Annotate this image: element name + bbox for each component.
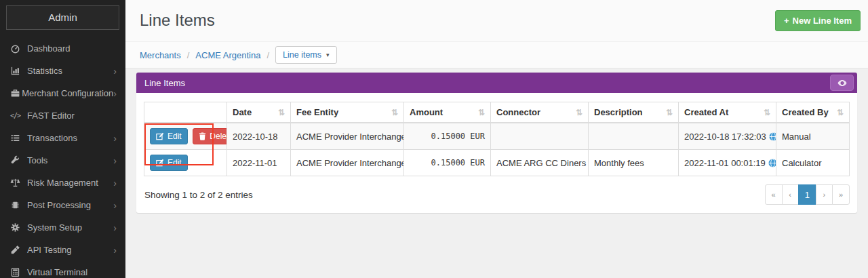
chevron-right-icon: › <box>113 201 117 210</box>
created-at-cell: 2022-10-18 17:32:03 <box>679 123 776 150</box>
sort-icon: ⇅ <box>837 108 844 117</box>
sidebar-item-fast-editor[interactable]: </> FAST Editor <box>0 104 125 127</box>
pagination-prev-button[interactable]: ‹ <box>782 184 799 205</box>
sidebar-item-api-testing[interactable]: API Testing › <box>0 239 125 261</box>
chevron-right-icon: › <box>113 178 117 188</box>
sidebar-item-dashboard[interactable]: Dashboard <box>0 37 125 60</box>
column-header-fee-entity[interactable]: ⇅Fee Entity <box>291 102 404 123</box>
date-cell: 2022-11-01 <box>227 150 291 176</box>
sidebar-item-system-setup[interactable]: System Setup › <box>0 216 125 239</box>
line-items-dropdown-button[interactable]: Line items ▾ <box>275 46 337 64</box>
column-header-created-by[interactable]: ⇅Created By <box>776 102 850 123</box>
breadcrumb-separator: / <box>187 50 190 60</box>
column-header-created-at[interactable]: ⇅Created At <box>679 102 776 123</box>
code-icon: </> <box>10 112 27 119</box>
bar-chart-icon <box>10 66 27 76</box>
connector-cell: ACME ARG CC Diners <box>491 150 589 176</box>
chevron-right-icon: › <box>113 89 117 98</box>
sidebar-item-tools[interactable]: Tools › <box>0 149 125 172</box>
sidebar-item-label: Post Processing <box>27 200 113 210</box>
gear-icon <box>10 222 27 233</box>
line-items-panel: Line Items <box>136 73 857 213</box>
column-header-actions <box>144 102 227 123</box>
new-line-item-label: New Line Item <box>793 16 852 26</box>
sidebar-item-label: Merchant Configuration <box>22 88 113 98</box>
column-header-date[interactable]: ⇅Date <box>227 102 291 123</box>
eye-icon <box>837 79 847 87</box>
panel-heading: Line Items <box>136 73 857 93</box>
chevron-right-icon: › <box>113 245 117 255</box>
chevron-right-icon: › <box>113 223 117 233</box>
fee-entity-cell: ACME Provider Interchange <box>291 150 404 176</box>
column-header-description[interactable]: ⇅Description <box>589 102 679 123</box>
actions-cell: Edit <box>144 150 227 176</box>
sort-icon: ⇅ <box>391 108 398 117</box>
sidebar-item-label: System Setup <box>27 222 113 233</box>
actions-cell: Edit Delete <box>144 123 227 150</box>
sidebar-item-virtual-terminal[interactable]: Virtual Terminal <box>0 261 125 278</box>
main-content: Line Items + New Line Item Merchants / A… <box>125 0 868 278</box>
sidebar-item-risk-management[interactable]: Risk Management › <box>0 172 125 194</box>
chip-icon <box>10 200 27 210</box>
edit-icon <box>156 132 164 140</box>
line-items-dropdown-label: Line items <box>283 50 321 60</box>
entries-summary: Showing 1 to 2 of 2 entries <box>144 190 253 200</box>
plus-icon: + <box>784 16 789 26</box>
breadcrumb: Merchants / ACME Argentina / Line items … <box>125 42 868 68</box>
sort-icon: ⇅ <box>666 108 673 117</box>
pagination-first-button[interactable]: « <box>765 184 783 205</box>
pagination-next-button[interactable]: › <box>816 184 833 205</box>
sidebar-item-label: Virtual Terminal <box>27 267 117 277</box>
breadcrumb-link-merchants[interactable]: Merchants <box>140 50 181 60</box>
edit-button[interactable]: Edit <box>150 128 188 144</box>
panel-body: ⇅Date ⇅Fee Entity ⇅Amount ⇅Connector ⇅De… <box>136 93 857 213</box>
sidebar-item-label: Statistics <box>27 66 113 76</box>
delete-button[interactable]: Delete <box>193 128 226 144</box>
trash-icon <box>199 132 206 140</box>
description-cell <box>589 123 679 150</box>
sidebar-item-label: Dashboard <box>27 43 117 54</box>
wrench-icon <box>10 155 27 165</box>
column-header-connector[interactable]: ⇅Connector <box>491 102 589 123</box>
sort-icon: ⇅ <box>478 108 485 117</box>
created-by-cell: Calculator <box>776 150 850 176</box>
fee-entity-cell: ACME Provider Interchange <box>291 123 404 150</box>
caret-down-icon: ▾ <box>326 52 330 58</box>
dashboard-icon <box>10 43 27 54</box>
content-area: Line Items <box>125 68 868 278</box>
connector-cell <box>491 123 589 150</box>
sidebar-item-statistics[interactable]: Statistics › <box>0 60 125 82</box>
sort-icon: ⇅ <box>764 108 770 117</box>
globe-icon[interactable] <box>766 132 776 142</box>
sidebar-item-transactions[interactable]: Transactions › <box>0 127 125 149</box>
pagination-page-1-button[interactable]: 1 <box>798 184 816 205</box>
amount-cell: 0.15000 EUR <box>404 150 491 176</box>
table-row: Edit Delete 2022-10-18 ACME Provider Int… <box>144 123 850 150</box>
sidebar-item-label: FAST Editor <box>27 111 117 121</box>
edit-button[interactable]: Edit <box>150 155 188 171</box>
sort-icon: ⇅ <box>278 108 285 117</box>
pagination-last-button[interactable]: » <box>832 184 850 205</box>
column-header-amount[interactable]: ⇅Amount <box>404 102 491 123</box>
sidebar-menu: Dashboard Statistics › Merchant Configur… <box>0 37 125 278</box>
created-by-cell: Manual <box>776 123 850 150</box>
admin-header-button[interactable]: Admin <box>6 5 119 30</box>
panel-title: Line Items <box>144 78 185 88</box>
sidebar-item-label: Risk Management <box>27 178 113 188</box>
table-row: Edit 2022-11-01 ACME Provider Interchang… <box>144 150 850 176</box>
sidebar-item-merchant-configuration[interactable]: Merchant Configuration › <box>0 82 125 104</box>
breadcrumb-link-acme-argentina[interactable]: ACME Argentina <box>195 50 260 60</box>
toggle-columns-button[interactable] <box>830 75 854 91</box>
briefcase-icon <box>10 88 22 98</box>
breadcrumb-separator: / <box>267 50 269 60</box>
list-icon <box>10 133 27 143</box>
date-cell: 2022-10-18 <box>227 123 291 150</box>
new-line-item-button[interactable]: + New Line Item <box>775 10 861 31</box>
table-footer: Showing 1 to 2 of 2 entries « ‹ 1 › » <box>144 184 850 205</box>
app-window: Admin Dashboard Statistics › Merchant <box>0 0 868 278</box>
chevron-right-icon: › <box>113 134 117 143</box>
amount-cell: 0.15000 EUR <box>404 123 491 150</box>
globe-icon[interactable] <box>766 158 776 168</box>
edit-icon <box>156 159 164 167</box>
sidebar-item-post-processing[interactable]: Post Processing › <box>0 194 125 216</box>
